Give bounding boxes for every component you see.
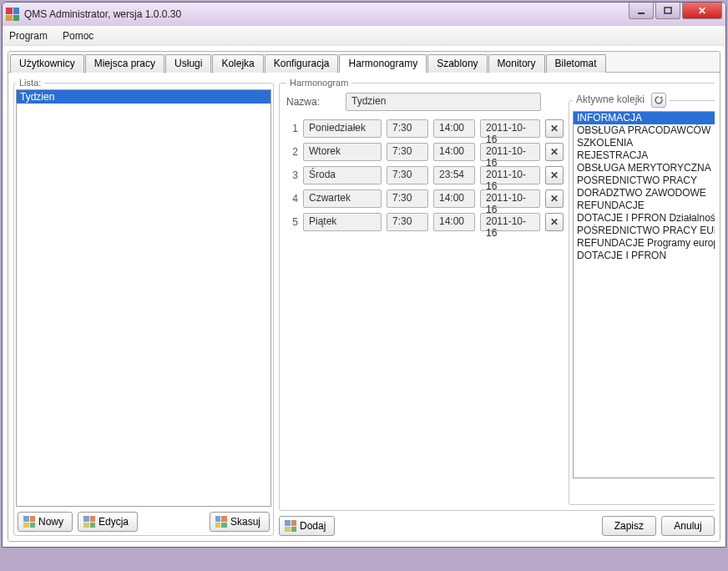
queues-legend: Aktywne kolejki	[573, 93, 670, 108]
nazwa-field[interactable]: Tydzien	[346, 93, 541, 111]
schedule-row: 2Wtorek7:3014:002011-10-16✕	[286, 143, 564, 161]
queue-listbox[interactable]: INFORMACJAOBSŁUGA PRACODAWCÓWSZKOLENIARE…	[573, 111, 715, 478]
day-field[interactable]: Środa	[303, 166, 382, 184]
nowy-label: Nowy	[38, 516, 63, 528]
date-field[interactable]: 2011-10-16	[480, 189, 540, 208]
day-field[interactable]: Czwartek	[303, 189, 382, 208]
date-field[interactable]: 2011-10-16	[480, 143, 540, 161]
schedule-row: 1Poniedziałek7:3014:002011-10-16✕	[286, 119, 564, 138]
tab-monitory[interactable]: Monitory	[488, 54, 545, 73]
queue-item[interactable]: DOTACJE I PFRON	[574, 250, 715, 262]
dodaj-icon	[285, 520, 296, 532]
maximize-button[interactable]	[655, 3, 680, 19]
queue-item[interactable]: OBSŁUGA PRACODAWCÓW	[574, 124, 715, 137]
queue-item[interactable]: INFORMACJA	[574, 112, 715, 124]
dodaj-button[interactable]: Dodaj	[279, 516, 335, 536]
queue-item[interactable]: POŚREDNICTWO PRACY EURES	[574, 225, 715, 237]
queue-item[interactable]: REJESTRACJA	[574, 149, 715, 162]
row-number: 5	[286, 216, 298, 228]
nowy-icon	[23, 516, 35, 528]
menubar: Program Pomoc	[3, 26, 725, 46]
tab-harmonogramy[interactable]: Harmonogramy	[339, 54, 427, 73]
menu-program[interactable]: Program	[9, 30, 48, 42]
window-title: QMS Administrator, wersja 1.0.0.30	[24, 8, 181, 20]
queue-item[interactable]: DOTACJE I PFRON Działalność	[574, 212, 715, 225]
zapisz-button[interactable]: Zapisz	[602, 516, 656, 536]
day-field[interactable]: Wtorek	[303, 143, 382, 161]
date-field[interactable]: 2011-10-16	[480, 166, 540, 184]
queue-item[interactable]: POŚREDNICTWO PRACY	[574, 174, 715, 187]
edycja-label: Edycja	[99, 516, 129, 528]
tab-kolejka[interactable]: Kolejka	[212, 54, 263, 73]
dodaj-label: Dodaj	[300, 520, 326, 532]
svg-rect-0	[638, 13, 645, 14]
app-window: QMS Administrator, wersja 1.0.0.30 ✕ Pro…	[2, 2, 726, 548]
harmonogram-fieldset: Harmonogram Nazwa: Tydzien 1Poniedziałek…	[279, 78, 715, 511]
harmonogram-legend: Harmonogram	[286, 78, 351, 88]
svg-rect-1	[665, 8, 671, 13]
anuluj-button[interactable]: Anuluj	[661, 516, 715, 536]
queue-item[interactable]: REFUNDACJE Programy europejskie	[574, 237, 715, 250]
queue-item[interactable]: REFUNDACJE	[574, 200, 715, 212]
time-from-field[interactable]: 7:30	[387, 213, 428, 231]
skasuj-label: Skasuj	[230, 516, 260, 528]
delete-row-button[interactable]: ✕	[545, 143, 564, 161]
tab-konfiguracja[interactable]: Konfiguracja	[265, 54, 339, 73]
day-field[interactable]: Piątek	[303, 213, 382, 231]
tab-body: Lista: Tydzien Nowy Edycja Skasuj Harmon…	[8, 73, 720, 541]
skasuj-icon	[215, 516, 227, 528]
time-to-field[interactable]: 14:00	[433, 189, 475, 208]
row-number: 4	[286, 193, 298, 205]
nazwa-label: Nazwa:	[286, 96, 341, 108]
schedule-table: 1Poniedziałek7:3014:002011-10-16✕2Wtorek…	[286, 119, 564, 231]
tab-miejsca[interactable]: Miejsca pracy	[85, 54, 164, 73]
day-field[interactable]: Poniedziałek	[303, 119, 382, 138]
queue-item[interactable]: SZKOLENIA	[574, 137, 715, 149]
anuluj-label: Anuluj	[674, 520, 701, 532]
app-icon	[6, 8, 19, 21]
time-to-field[interactable]: 14:00	[433, 143, 475, 161]
row-number: 3	[286, 169, 298, 181]
schedule-row: 3Środa7:3023:542011-10-16✕	[286, 166, 564, 184]
lista-fieldset: Lista: Tydzien Nowy Edycja Skasuj	[13, 78, 274, 536]
lista-listbox[interactable]: Tydzien	[16, 89, 271, 507]
schedule-row: 5Piątek7:3014:002011-10-16✕	[286, 213, 564, 231]
time-from-field[interactable]: 7:30	[387, 143, 428, 161]
schedule-row: 4Czwartek7:3014:002011-10-16✕	[286, 189, 564, 208]
tab-strip: UżytkownicyMiejsca pracyUsługiKolejkaKon…	[8, 52, 720, 73]
minimize-button[interactable]	[629, 3, 654, 19]
titlebar: QMS Administrator, wersja 1.0.0.30 ✕	[3, 3, 725, 26]
delete-row-button[interactable]: ✕	[545, 119, 564, 138]
tab-uzytkownicy[interactable]: Użytkownicy	[10, 54, 84, 73]
nowy-button[interactable]: Nowy	[18, 512, 73, 532]
close-button[interactable]: ✕	[682, 3, 722, 19]
date-field[interactable]: 2011-10-16	[480, 213, 540, 231]
time-to-field[interactable]: 23:54	[433, 166, 475, 184]
refresh-icon[interactable]	[651, 93, 666, 108]
edycja-button[interactable]: Edycja	[78, 512, 138, 532]
edycja-icon	[83, 516, 95, 528]
tab-biletomat[interactable]: Biletomat	[546, 54, 606, 73]
delete-row-button[interactable]: ✕	[545, 166, 564, 184]
zapisz-label: Zapisz	[614, 520, 644, 532]
skasuj-button[interactable]: Skasuj	[210, 512, 270, 532]
time-to-field[interactable]: 14:00	[433, 213, 475, 231]
lista-item[interactable]: Tydzien	[17, 90, 270, 104]
row-number: 2	[286, 146, 298, 158]
menu-pomoc[interactable]: Pomoc	[63, 30, 94, 42]
time-to-field[interactable]: 14:00	[433, 119, 475, 138]
time-from-field[interactable]: 7:30	[387, 119, 428, 138]
queue-item[interactable]: OBSŁUGA MERYTORYCZNA	[574, 162, 715, 174]
row-number: 1	[286, 123, 298, 134]
client-area: UżytkownicyMiejsca pracyUsługiKolejkaKon…	[8, 51, 720, 542]
lista-legend: Lista:	[16, 78, 44, 88]
tab-uslugi[interactable]: Usługi	[165, 54, 211, 73]
delete-row-button[interactable]: ✕	[545, 213, 564, 231]
queue-item[interactable]: DORADZTWO ZAWODOWE	[574, 187, 715, 200]
queues-fieldset: Aktywne kolejki INFORMACJAOBSŁUGA PRACOD…	[569, 93, 715, 505]
tab-szablony[interactable]: Szablony	[427, 54, 487, 73]
time-from-field[interactable]: 7:30	[387, 166, 428, 184]
delete-row-button[interactable]: ✕	[545, 189, 564, 208]
time-from-field[interactable]: 7:30	[387, 189, 428, 208]
date-field[interactable]: 2011-10-16	[480, 119, 540, 138]
